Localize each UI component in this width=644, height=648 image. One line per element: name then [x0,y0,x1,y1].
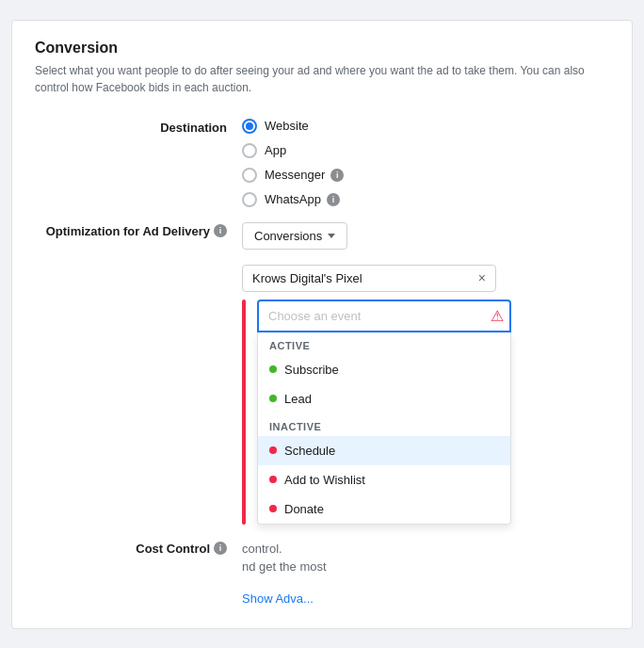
pixel-field-text: Krows Digital's Pixel [252,271,362,285]
inactive-section-header: INACTIVE [258,413,510,436]
event-search-input[interactable] [257,300,511,332]
donate-label: Donate [284,502,324,516]
event-dropdown-inner[interactable]: ACTIVE Subscribe Lead INACTIVE [258,332,510,524]
optimization-label: Optimization for Ad Delivery i [35,222,242,238]
active-section-header: ACTIVE [258,332,510,355]
app-label: App [265,143,286,157]
lead-item[interactable]: Lead [258,384,510,413]
app-radio[interactable] [242,143,257,158]
schedule-label: Schedule [284,444,335,458]
destination-app[interactable]: App [242,143,344,158]
destination-radio-group: Website App Messenger i WhatsApp i [242,119,344,207]
subscribe-label: Subscribe [284,363,339,377]
subscribe-item[interactable]: Subscribe [258,355,510,384]
cost-control-text1: control. [242,540,609,559]
show-advanced-row: Show Adva... [35,576,609,606]
optimization-info-icon[interactable]: i [214,224,227,237]
conversion-card: Conversion Select what you want people t… [11,20,633,629]
whatsapp-radio[interactable] [242,192,257,207]
event-dropdown-list: ACTIVE Subscribe Lead INACTIVE [257,332,511,525]
event-dropdown-wrapper: ⚠ ACTIVE Subscribe Lead [257,300,511,525]
lead-status-dot [269,395,277,402]
cost-control-info-icon[interactable]: i [214,542,227,555]
messenger-label: Messenger i [265,168,344,182]
messenger-info-icon[interactable]: i [330,169,344,182]
destination-label: Destination [35,119,242,135]
optimization-row: Optimization for Ad Delivery i Conversio… [35,222,609,250]
event-input-container: ⚠ [257,300,511,332]
schedule-status-dot [269,446,277,454]
subscribe-status-dot [269,365,277,373]
donate-item[interactable]: Donate [258,494,510,524]
destination-website[interactable]: Website [242,119,344,134]
destination-whatsapp[interactable]: WhatsApp i [242,192,344,207]
whatsapp-info-icon[interactable]: i [327,193,340,206]
destination-messenger[interactable]: Messenger i [242,168,344,183]
lead-label: Lead [284,392,312,406]
add-to-wishlist-item[interactable]: Add to Wishlist [258,465,510,494]
optimization-dropdown: Conversions [242,222,347,250]
messenger-radio[interactable] [242,168,257,183]
show-advanced-link[interactable]: Show Adva... [242,591,314,606]
event-section: ⚠ ACTIVE Subscribe Lead [242,300,511,525]
error-bar [242,300,246,525]
destination-row: Destination Website App Messenger i [35,119,609,207]
pixel-close-button[interactable]: × [478,271,486,284]
section-title: Conversion [35,40,609,57]
wishlist-label: Add to Wishlist [284,473,365,487]
dropdown-arrow-icon [328,234,335,238]
cost-control-text2: nd get the most [242,558,609,576]
warning-icon: ⚠ [491,307,504,325]
section-description: Select what you want people to do after … [35,62,609,96]
cost-control-label: Cost Control i [35,540,242,556]
website-radio[interactable] [242,119,257,134]
pixel-field[interactable]: Krows Digital's Pixel × [242,265,496,292]
website-label: Website [265,119,309,133]
schedule-item[interactable]: Schedule [258,436,510,465]
donate-status-dot [269,505,277,512]
cost-control-row: Cost Control i control. nd get the most [35,540,609,576]
pixel-row: Krows Digital's Pixel × [35,265,609,292]
wishlist-status-dot [269,476,277,483]
optimization-dropdown-button[interactable]: Conversions [242,222,347,250]
event-row: ⚠ ACTIVE Subscribe Lead [35,300,609,525]
whatsapp-label: WhatsApp i [265,192,340,206]
